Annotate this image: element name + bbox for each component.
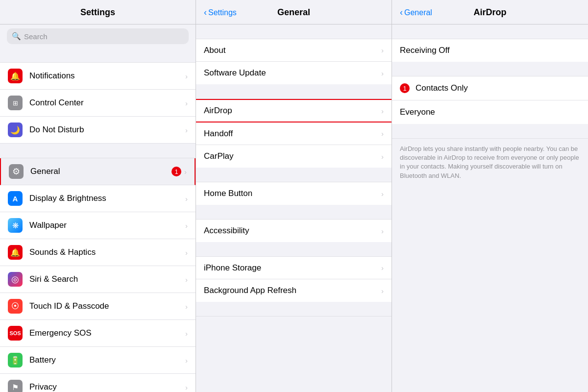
general-item-iphone-storage[interactable]: iPhone Storage › xyxy=(196,257,392,279)
notifications-icon: 🔔 xyxy=(8,69,23,83)
general-title: General xyxy=(277,7,310,18)
notifications-label: Notifications xyxy=(29,71,182,81)
general-panel: ‹ Settings General About › Software Upda… xyxy=(196,0,392,392)
general-list: About › Software Update › AirDrop › Hand… xyxy=(196,24,392,392)
airdrop-receiving-off[interactable]: Receiving Off xyxy=(392,39,588,62)
settings-item-control-center[interactable]: ⊞ Control Center › xyxy=(0,90,196,117)
control-center-label: Control Center xyxy=(29,98,182,108)
separator-4 xyxy=(196,205,392,220)
airdrop-option-everyone[interactable]: Everyone xyxy=(392,100,588,124)
general-item-home-button[interactable]: Home Button › xyxy=(196,182,392,205)
settings-item-sounds-haptics[interactable]: 🔔 Sounds & Haptics › xyxy=(0,239,196,266)
airdrop-description: AirDrop lets you share instantly with pe… xyxy=(392,139,588,188)
background-refresh-label: Background App Refresh xyxy=(204,286,378,295)
settings-item-display-brightness[interactable]: A Display & Brightness › xyxy=(0,185,196,212)
emergency-sos-label: Emergency SOS xyxy=(29,328,182,338)
separator-6 xyxy=(196,302,392,317)
general-item-carplay[interactable]: CarPlay › xyxy=(196,145,392,168)
contacts-only-badge: 1 xyxy=(400,83,410,93)
chevron-icon: › xyxy=(185,275,188,284)
separator-1 xyxy=(0,144,196,158)
chevron-icon: › xyxy=(185,329,188,338)
airdrop-header-wrap: ‹ General AirDrop xyxy=(400,7,580,18)
iphone-storage-label: iPhone Storage xyxy=(204,263,378,273)
separator-3 xyxy=(196,168,392,182)
touch-id-label: Touch ID & Passcode xyxy=(29,301,182,311)
software-update-label: Software Update xyxy=(204,68,378,78)
everyone-label: Everyone xyxy=(400,107,580,117)
do-not-disturb-label: Do Not Disturb xyxy=(29,125,182,135)
settings-item-wallpaper[interactable]: ❋ Wallpaper › xyxy=(0,212,196,239)
chevron-icon: › xyxy=(185,126,188,134)
chevron-icon: › xyxy=(381,46,384,54)
airdrop-back-label: General xyxy=(404,8,432,17)
privacy-label: Privacy xyxy=(29,382,182,392)
general-item-airdrop[interactable]: AirDrop › xyxy=(196,99,392,122)
general-item-software-update[interactable]: Software Update › xyxy=(196,62,392,84)
handoff-label: Handoff xyxy=(204,129,378,139)
chevron-icon: › xyxy=(185,99,188,107)
carplay-label: CarPlay xyxy=(204,151,378,161)
general-back-label: Settings xyxy=(208,8,237,17)
settings-item-general[interactable]: ⚙ General 1 › xyxy=(0,158,196,185)
airdrop-panel: ‹ General AirDrop Receiving Off 1 Contac… xyxy=(392,0,588,392)
general-item-background-refresh[interactable]: Background App Refresh › xyxy=(196,279,392,302)
chevron-icon: › xyxy=(185,221,188,230)
separator-2 xyxy=(392,124,588,139)
chevron-icon: › xyxy=(185,302,188,311)
back-chevron-icon: ‹ xyxy=(204,7,207,18)
back-chevron-icon: ‹ xyxy=(400,7,403,18)
wallpaper-label: Wallpaper xyxy=(29,220,182,230)
settings-item-privacy[interactable]: ⚑ Privacy › xyxy=(0,374,196,392)
settings-list: 🔔 Notifications › ⊞ Control Center › 🌙 D… xyxy=(0,48,196,392)
emergency-sos-icon: SOS xyxy=(8,326,23,341)
general-label: General xyxy=(30,167,169,176)
settings-item-notifications[interactable]: 🔔 Notifications › xyxy=(0,63,196,90)
battery-icon: 🔋 xyxy=(8,353,23,368)
chevron-icon: › xyxy=(381,287,384,295)
control-center-icon: ⊞ xyxy=(8,96,23,110)
do-not-disturb-icon: 🌙 xyxy=(8,122,23,137)
chevron-icon: › xyxy=(381,152,384,161)
touch-id-icon: ⦿ xyxy=(8,299,23,314)
display-brightness-icon: A xyxy=(8,191,23,206)
settings-panel: Settings 🔍 Search 🔔 Notifications › ⊞ Co… xyxy=(0,0,196,392)
top-separator xyxy=(196,24,392,39)
chevron-icon: › xyxy=(381,227,384,235)
settings-header: Settings xyxy=(0,0,196,24)
separator-5 xyxy=(196,242,392,257)
settings-item-siri-search[interactable]: ◎ Siri & Search › xyxy=(0,266,196,293)
general-badge: 1 xyxy=(172,167,181,176)
general-back-button[interactable]: ‹ Settings xyxy=(204,7,237,18)
airdrop-title: AirDrop xyxy=(474,7,507,18)
general-item-accessibility[interactable]: Accessibility › xyxy=(196,220,392,242)
battery-label: Battery xyxy=(29,355,182,365)
chevron-icon: › xyxy=(185,248,188,257)
airdrop-option-contacts-only[interactable]: 1 Contacts Only xyxy=(392,76,588,100)
separator-2 xyxy=(196,84,392,99)
settings-item-touch-id[interactable]: ⦿ Touch ID & Passcode › xyxy=(0,293,196,320)
general-header: ‹ Settings General xyxy=(196,0,392,24)
settings-item-battery[interactable]: 🔋 Battery › xyxy=(0,347,196,374)
home-button-label: Home Button xyxy=(204,189,378,198)
chevron-icon: › xyxy=(185,72,188,80)
airdrop-back-button[interactable]: ‹ General xyxy=(400,7,432,18)
settings-title: Settings xyxy=(80,7,115,18)
top-separator xyxy=(0,48,196,63)
top-separator xyxy=(392,24,588,39)
chevron-icon: › xyxy=(381,264,384,272)
airdrop-header: ‹ General AirDrop xyxy=(392,0,588,24)
search-icon: 🔍 xyxy=(12,32,21,41)
siri-search-icon: ◎ xyxy=(8,272,23,287)
settings-item-do-not-disturb[interactable]: 🌙 Do Not Disturb › xyxy=(0,117,196,144)
accessibility-label: Accessibility xyxy=(204,226,378,236)
sounds-haptics-label: Sounds & Haptics xyxy=(29,247,182,257)
general-item-about[interactable]: About › xyxy=(196,39,392,62)
chevron-icon: › xyxy=(185,356,188,365)
settings-item-emergency-sos[interactable]: SOS Emergency SOS › xyxy=(0,320,196,347)
general-item-handoff[interactable]: Handoff › xyxy=(196,122,392,145)
settings-search[interactable]: 🔍 Search xyxy=(7,28,189,44)
chevron-icon: › xyxy=(184,168,187,176)
chevron-icon: › xyxy=(381,190,384,198)
display-brightness-label: Display & Brightness xyxy=(29,194,182,203)
